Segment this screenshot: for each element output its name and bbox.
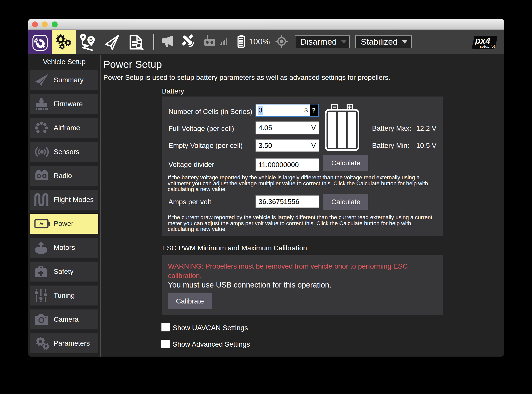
svg-text:A: A <box>82 35 85 39</box>
svg-text:px4: px4 <box>475 36 491 45</box>
svg-text:autopilot: autopilot <box>480 44 495 48</box>
svg-text:B: B <box>89 37 93 43</box>
